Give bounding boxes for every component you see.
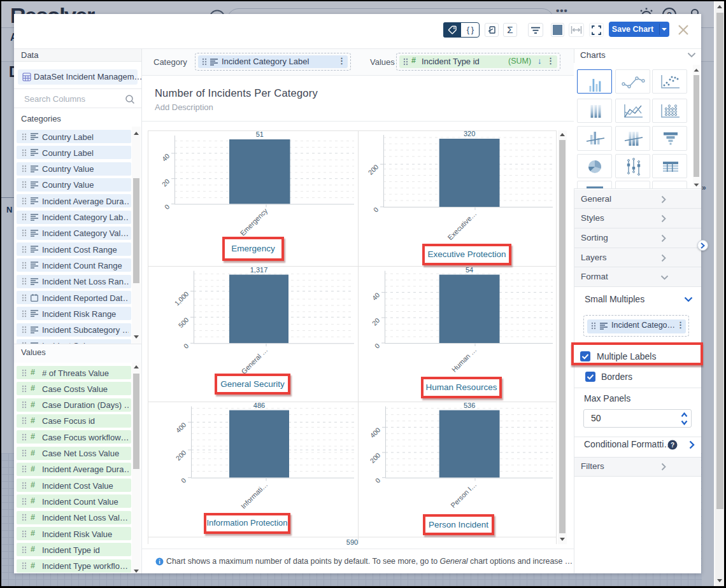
svg-text:40: 40 — [371, 291, 381, 302]
svg-text:Emergency: Emergency — [239, 207, 269, 237]
svg-text:54: 54 — [466, 266, 473, 274]
svg-text:0: 0 — [374, 476, 382, 484]
svg-text:0: 0 — [373, 342, 381, 350]
svg-text:536: 536 — [464, 402, 475, 409]
svg-text:200: 200 — [367, 163, 380, 176]
svg-text:40: 40 — [160, 152, 171, 163]
svg-text:Person I…: Person I… — [449, 480, 478, 509]
svg-text:?: ? — [671, 442, 674, 449]
svg-text:Human …: Human … — [450, 346, 478, 374]
svg-text:400: 400 — [174, 421, 188, 434]
svg-text:486: 486 — [253, 402, 265, 409]
svg-text:200: 200 — [174, 449, 188, 462]
svg-text:320: 320 — [464, 130, 475, 137]
svg-text:20: 20 — [160, 178, 171, 188]
svg-text:Executive…: Executive… — [446, 209, 478, 241]
svg-text:500: 500 — [177, 316, 190, 329]
svg-text:0: 0 — [163, 202, 171, 211]
svg-text:0: 0 — [182, 342, 190, 350]
svg-text:Informati…: Informati… — [239, 480, 269, 510]
svg-text:1,317: 1,317 — [250, 266, 268, 274]
svg-text:0: 0 — [180, 476, 188, 484]
svg-text:0: 0 — [372, 206, 380, 214]
svg-text:20: 20 — [371, 316, 381, 327]
svg-text:General …: General … — [239, 346, 269, 375]
svg-text:590: 590 — [346, 538, 358, 546]
svg-text:400: 400 — [369, 426, 382, 439]
svg-text:1,000: 1,000 — [173, 290, 190, 307]
svg-text:i: i — [159, 559, 160, 565]
svg-text:51: 51 — [256, 130, 264, 138]
svg-text:200: 200 — [369, 451, 382, 465]
